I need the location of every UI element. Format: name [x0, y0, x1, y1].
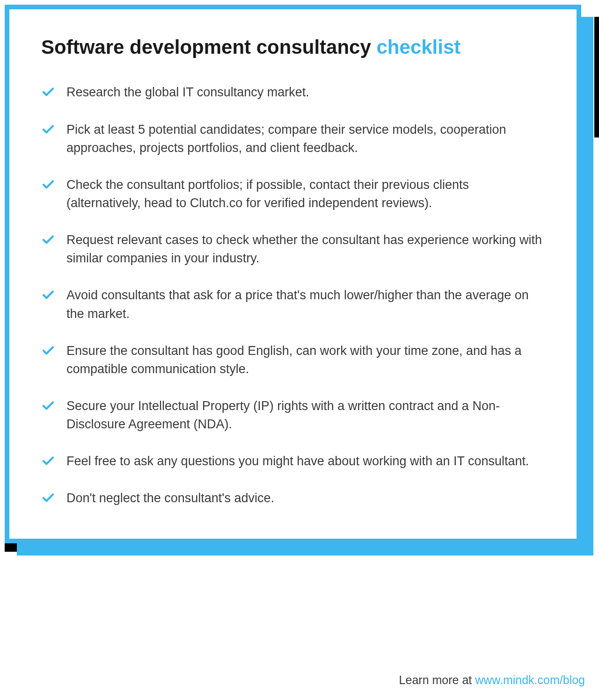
checklist-item: Avoid consultants that ask for a price t…	[41, 286, 545, 323]
checklist-item: Secure your Intellectual Property (IP) r…	[41, 397, 545, 433]
checklist-item-text: Avoid consultants that ask for a price t…	[66, 286, 545, 323]
check-icon	[41, 85, 55, 99]
checklist-item: Ensure the consultant has good English, …	[41, 342, 545, 378]
checklist-card: Software development consultancy checkli…	[5, 5, 581, 543]
checklist-item-text: Research the global IT consultancy marke…	[66, 83, 545, 101]
black-accent-bottom-left	[5, 543, 17, 552]
checklist-item-text: Check the consultant portfolios; if poss…	[66, 176, 545, 212]
checklist-item: Pick at least 5 potential candidates; co…	[41, 121, 545, 157]
checklist-item-text: Don't neglect the consultant's advice.	[66, 489, 545, 507]
check-icon	[41, 399, 55, 413]
black-accent-right	[594, 17, 599, 137]
checklist-item: Request relevant cases to check whether …	[41, 231, 545, 267]
check-icon	[41, 454, 55, 468]
checklist-item-text: Secure your Intellectual Property (IP) r…	[66, 397, 545, 433]
footer-link[interactable]: www.mindk.com/blog	[475, 673, 585, 686]
title-highlight: checklist	[377, 36, 461, 58]
check-icon	[41, 344, 55, 358]
check-icon	[41, 491, 55, 505]
checklist-item-text: Ensure the consultant has good English, …	[66, 342, 545, 378]
check-icon	[41, 123, 55, 137]
footer-label: Learn more at	[399, 673, 475, 686]
footer: Learn more at www.mindk.com/blog	[399, 673, 585, 687]
checklist-item-text: Pick at least 5 potential candidates; co…	[66, 121, 545, 157]
checklist-item-text: Feel free to ask any questions you might…	[66, 452, 545, 470]
checklist-title: Software development consultancy checkli…	[41, 36, 545, 59]
check-icon	[41, 233, 55, 247]
checklist-item-text: Request relevant cases to check whether …	[66, 231, 545, 267]
checklist-item: Check the consultant portfolios; if poss…	[41, 176, 545, 212]
title-main: Software development consultancy	[41, 36, 377, 58]
check-icon	[41, 178, 55, 192]
check-icon	[41, 288, 55, 302]
checklist-card-wrapper: Software development consultancy checkli…	[5, 5, 594, 543]
checklist-item: Research the global IT consultancy marke…	[41, 83, 545, 101]
checklist-item: Feel free to ask any questions you might…	[41, 452, 545, 470]
checklist: Research the global IT consultancy marke…	[41, 83, 545, 507]
checklist-item: Don't neglect the consultant's advice.	[41, 489, 545, 507]
